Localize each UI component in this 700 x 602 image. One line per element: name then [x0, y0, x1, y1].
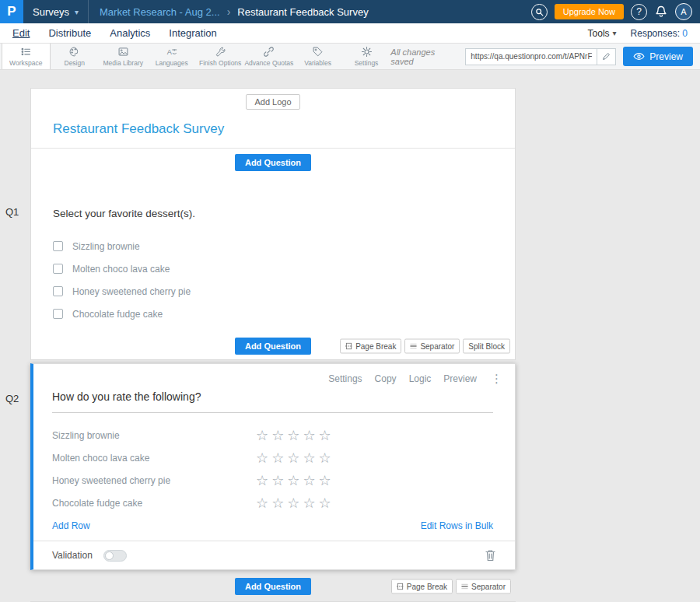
page-break-icon [345, 343, 352, 350]
add-row-link[interactable]: Add Row [52, 520, 90, 531]
question-number-q2: Q2 [5, 393, 19, 404]
surveys-label: Surveys [33, 6, 69, 18]
rating-row-label[interactable]: Honey sweetened cherry pie [52, 475, 256, 486]
workspace-icon [20, 46, 32, 58]
question-2-text[interactable]: How do you rate the following? [52, 390, 493, 413]
question-1[interactable]: Select your favorite dessert(s). Sizzlin… [31, 177, 515, 325]
option-row: Honey sweetened cherry pie [53, 280, 493, 303]
add-logo-button[interactable]: Add Logo [246, 94, 299, 110]
checkbox[interactable] [53, 241, 63, 251]
add-question-button-mid[interactable]: Add Question [235, 338, 311, 355]
toolbar-right: All changes saved Preview [390, 44, 700, 69]
tab-distribute[interactable]: Distribute [39, 27, 100, 39]
more-options-kebab-icon[interactable]: ⋮ [491, 373, 502, 384]
notifications-bell-icon[interactable] [654, 5, 668, 19]
question-mark-icon: ? [636, 6, 642, 17]
checkbox[interactable] [53, 309, 63, 319]
question-1-options: Sizzling brownie Molten choco lava cake … [53, 235, 493, 325]
preview-button[interactable]: Preview [623, 47, 693, 66]
row-edit-links: Add Row Edit Rows in Bulk [52, 520, 493, 531]
add-question-button-top[interactable]: Add Question [235, 154, 311, 171]
rating-matrix: Sizzling brownie ☆☆☆☆☆ Molten choco lava… [52, 424, 493, 514]
save-status: All changes saved [390, 47, 457, 66]
finish-options-wrench-icon [215, 46, 226, 58]
star-rating[interactable]: ☆☆☆☆☆ [256, 474, 334, 488]
variables-tag-icon [312, 46, 324, 58]
question-settings-link[interactable]: Settings [328, 373, 362, 384]
rating-row: Chocolate fudge cake ☆☆☆☆☆ [52, 492, 493, 514]
upgrade-now-button[interactable]: Upgrade Now [555, 4, 624, 19]
card1-footer: Add Question Page Break Separator Split … [31, 333, 515, 359]
help-button[interactable]: ? [631, 4, 647, 20]
survey-title[interactable]: Restaurant Feedback Survey [53, 121, 493, 137]
delete-question-trash-icon[interactable] [485, 549, 496, 562]
star-rating[interactable]: ☆☆☆☆☆ [256, 451, 334, 465]
tool-finish-options[interactable]: Finish Options [196, 44, 244, 69]
survey-url-group [465, 48, 616, 65]
checkbox[interactable] [53, 286, 63, 296]
separator-button[interactable]: Separator [456, 579, 511, 594]
tool-workspace[interactable]: Workspace [2, 44, 51, 69]
split-block-button[interactable]: Split Block [463, 339, 510, 354]
option-label[interactable]: Molten choco lava cake [72, 264, 170, 275]
tool-design[interactable]: Design [51, 44, 99, 69]
question-1-text[interactable]: Select your favorite dessert(s). [53, 208, 493, 219]
menu-bar: Edit Distribute Analytics Integration To… [0, 23, 700, 44]
page-break-button[interactable]: Page Break [391, 579, 453, 594]
chevron-down-icon: ▾ [613, 29, 617, 37]
top-bar: P Surveys ▾ Market Research - Aug 2... ›… [0, 0, 700, 23]
languages-icon: A [166, 46, 177, 58]
settings-gear-icon [361, 46, 373, 58]
option-label[interactable]: Honey sweetened cherry pie [72, 286, 191, 297]
option-label[interactable]: Sizzling brownie [72, 241, 140, 252]
tool-variables[interactable]: Variables [293, 44, 341, 69]
separator-button[interactable]: Separator [404, 339, 460, 354]
edit-url-button[interactable] [597, 48, 616, 65]
search-button[interactable] [531, 4, 548, 20]
checkbox[interactable] [53, 264, 63, 274]
validation-row: Validation [33, 541, 515, 569]
tool-settings[interactable]: Settings [342, 44, 390, 69]
tab-edit[interactable]: Edit [3, 27, 39, 39]
rating-row-label[interactable]: Sizzling brownie [52, 430, 256, 441]
rating-row: Molten choco lava cake ☆☆☆☆☆ [52, 446, 493, 469]
star-rating[interactable]: ☆☆☆☆☆ [256, 496, 334, 510]
tools-menu[interactable]: Tools ▾ [588, 28, 617, 39]
tab-analytics[interactable]: Analytics [100, 27, 159, 39]
survey-url-input[interactable] [465, 48, 597, 65]
tool-languages[interactable]: A Languages [147, 44, 195, 69]
option-label[interactable]: Chocolate fudge cake [72, 309, 163, 320]
responses-counter[interactable]: Responses: 0 [631, 28, 688, 39]
surveys-dropdown[interactable]: Surveys ▾ [23, 0, 89, 23]
question-logic-link[interactable]: Logic [409, 373, 432, 384]
logo-row: Add Logo [31, 89, 515, 114]
survey-title-row: Restaurant Feedback Survey [31, 114, 515, 149]
edit-rows-in-bulk-link[interactable]: Edit Rows in Bulk [421, 520, 493, 531]
builder-toolbar: Workspace Design Media Library A Languag… [0, 44, 700, 70]
survey-card-block1: Add Logo Restaurant Feedback Survey Add … [30, 88, 516, 360]
rating-row-label[interactable]: Molten choco lava cake [52, 453, 256, 464]
star-rating[interactable]: ☆☆☆☆☆ [256, 429, 334, 443]
tab-integration[interactable]: Integration [159, 27, 226, 39]
page-break-button[interactable]: Page Break [340, 339, 401, 354]
validation-toggle[interactable] [103, 550, 127, 562]
topbar-actions: Upgrade Now ? A [531, 3, 700, 20]
chevron-down-icon: ▾ [75, 8, 79, 16]
breadcrumb-separator-icon: › [227, 5, 231, 18]
tool-advance-quotas[interactable]: Advance Quotas [244, 44, 293, 69]
tool-media-library[interactable]: Media Library [99, 44, 147, 69]
questionpro-logo[interactable]: P [0, 0, 23, 23]
design-palette-icon [68, 46, 80, 58]
rating-row-label[interactable]: Chocolate fudge cake [52, 498, 256, 509]
separator-icon [461, 583, 468, 590]
option-row: Molten choco lava cake [53, 257, 493, 280]
avatar[interactable]: A [675, 3, 692, 20]
breadcrumb-folder[interactable]: Market Research - Aug 2... [100, 6, 220, 18]
add-question-button-bottom[interactable]: Add Question [235, 578, 311, 595]
question-preview-link[interactable]: Preview [443, 373, 477, 384]
question-2-actions: Settings Copy Logic Preview ⋮ [33, 364, 515, 384]
media-library-icon [117, 46, 129, 58]
question-2-card[interactable]: Settings Copy Logic Preview ⋮ How do you… [30, 363, 516, 570]
rating-row: Sizzling brownie ☆☆☆☆☆ [52, 424, 493, 446]
question-copy-link[interactable]: Copy [375, 373, 397, 384]
